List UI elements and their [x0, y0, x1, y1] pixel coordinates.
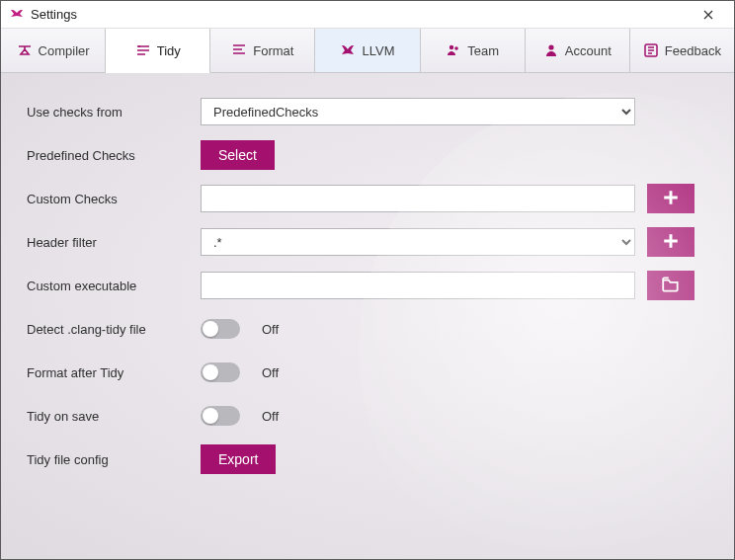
toggle-state-text: Off [262, 409, 279, 424]
tidy-file-config-label: Tidy file config [27, 452, 201, 467]
header-filter-label: Header filter [27, 235, 201, 250]
tab-label: Account [565, 43, 612, 58]
toggle-state-text: Off [262, 365, 279, 380]
tidy-on-save-toggle[interactable] [201, 406, 240, 426]
format-after-tidy-toggle[interactable] [201, 362, 240, 382]
header-filter-select[interactable]: .* [201, 228, 635, 256]
select-button[interactable]: Select [201, 140, 275, 170]
custom-checks-input[interactable] [201, 185, 635, 212]
llvm-icon [340, 42, 356, 58]
use-checks-from-select[interactable]: PredefinedChecks [201, 98, 635, 125]
team-icon [446, 42, 461, 58]
detect-clang-tidy-toggle[interactable] [201, 319, 240, 339]
tab-team[interactable]: Team [421, 29, 526, 72]
feedback-icon [643, 42, 659, 58]
account-icon [543, 42, 559, 58]
tab-llvm[interactable]: LLVM [315, 29, 420, 72]
add-custom-check-button[interactable] [647, 184, 694, 213]
close-button[interactable] [687, 1, 730, 28]
tidy-on-save-label: Tidy on save [27, 409, 201, 424]
plus-icon [662, 189, 680, 209]
tab-label: Tidy [157, 43, 181, 58]
tab-label: Feedback [665, 43, 721, 58]
plus-icon [662, 232, 680, 253]
window-title: Settings [31, 7, 77, 22]
tab-account[interactable]: Account [526, 29, 630, 72]
predefined-checks-label: Predefined Checks [27, 148, 201, 163]
tidy-icon [135, 42, 151, 58]
svg-point-2 [454, 46, 458, 50]
tidy-settings-panel: Use checks from PredefinedChecks Predefi… [1, 73, 734, 559]
add-header-filter-button[interactable] [647, 227, 694, 257]
app-icon [9, 7, 25, 23]
browse-executable-button[interactable] [647, 271, 694, 300]
format-icon [231, 42, 247, 58]
svg-point-3 [548, 44, 553, 49]
export-button[interactable]: Export [201, 444, 276, 474]
settings-window: Settings Compiler Tidy Format [0, 0, 735, 560]
custom-executable-input[interactable] [201, 272, 635, 299]
svg-point-0 [138, 45, 140, 47]
tab-label: Format [253, 43, 293, 58]
titlebar: Settings [1, 1, 734, 29]
custom-executable-label: Custom executable [27, 279, 201, 293]
tab-label: Compiler [39, 43, 90, 58]
tab-tidy[interactable]: Tidy [106, 29, 210, 73]
tab-label: Team [467, 43, 499, 58]
tab-label: LLVM [362, 43, 394, 58]
svg-point-1 [449, 45, 453, 49]
use-checks-from-label: Use checks from [27, 105, 201, 120]
tab-feedback[interactable]: Feedback [630, 29, 734, 72]
format-after-tidy-label: Format after Tidy [27, 365, 201, 380]
custom-checks-label: Custom Checks [27, 192, 201, 206]
tabs: Compiler Tidy Format LLVM Team [1, 29, 734, 73]
tab-compiler[interactable]: Compiler [1, 29, 106, 72]
detect-clang-tidy-label: Detect .clang-tidy file [27, 322, 201, 337]
toggle-state-text: Off [262, 322, 279, 337]
tab-format[interactable]: Format [210, 29, 315, 72]
folder-open-icon [661, 276, 681, 296]
compiler-icon [17, 42, 33, 58]
